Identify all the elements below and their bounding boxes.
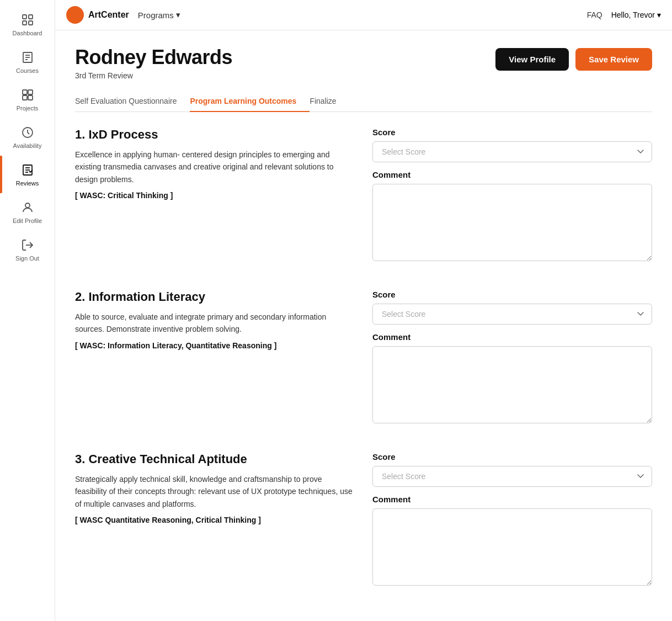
chevron-down-icon: ▾ xyxy=(657,10,661,19)
sidebar-item-availability[interactable]: Availability xyxy=(0,118,55,156)
outcome-section-3: 3. Creative Technical Aptitude Strategic… xyxy=(75,452,652,588)
logo-text: ArtCenter xyxy=(88,10,129,20)
comment-label-1: Comment xyxy=(372,170,652,179)
outcome-desc-1: Excellence in applying human- centered d… xyxy=(75,148,355,185)
user-menu-button[interactable]: Hello, Trevor ▾ xyxy=(611,10,661,19)
sidebar: Dashboard Courses xyxy=(0,0,55,621)
outcome-wasc-2: [ WASC: Information Literacy, Quantitati… xyxy=(75,341,355,350)
outcome-title-1: 1. IxD Process xyxy=(75,128,355,142)
tab-finalize[interactable]: Finalize xyxy=(310,91,349,112)
availability-icon xyxy=(20,125,35,140)
courses-icon xyxy=(20,50,35,65)
outcome-desc-3: Strategically apply technical skill, kno… xyxy=(75,473,355,510)
sidebar-label-dashboard: Dashboard xyxy=(13,30,42,36)
projects-icon xyxy=(20,87,35,103)
svg-rect-11 xyxy=(28,95,33,100)
score-label-3: Score xyxy=(372,452,652,461)
score-label-1: Score xyxy=(372,128,652,137)
svg-rect-9 xyxy=(28,90,33,94)
tab-plo[interactable]: Program Learning Outcomes xyxy=(190,91,310,112)
sign-out-icon xyxy=(20,237,35,253)
comment-textarea-3[interactable] xyxy=(372,508,652,586)
tab-self-eval[interactable]: Self Evaluation Questionnaire xyxy=(75,91,190,112)
sidebar-label-edit-profile: Edit Profile xyxy=(13,217,42,224)
page-header: Rodney Edwards 3rd Term Review View Prof… xyxy=(75,46,652,80)
tabs: Self Evaluation Questionnaire Program Le… xyxy=(75,91,652,112)
sidebar-item-dashboard[interactable]: Dashboard xyxy=(0,6,55,43)
outcome-desc-2: Able to source, evaluate and integrate p… xyxy=(75,311,355,336)
svg-point-17 xyxy=(25,203,30,208)
outcome-title-3: 3. Creative Technical Aptitude xyxy=(75,452,355,466)
sidebar-item-courses[interactable]: Courses xyxy=(0,43,55,81)
outcome-wasc-1: [ WASC: Critical Thinking ] xyxy=(75,191,355,200)
score-select-3[interactable]: Select Score 1 - Below Expectations 2 - … xyxy=(372,466,652,487)
sidebar-label-reviews: Reviews xyxy=(16,180,39,187)
score-label-2: Score xyxy=(372,290,652,299)
outcome-title-2: 2. Information Literacy xyxy=(75,290,355,304)
sidebar-label-availability: Availability xyxy=(13,142,42,149)
edit-profile-icon xyxy=(20,200,35,215)
dashboard-icon xyxy=(20,12,35,28)
review-term: 3rd Term Review xyxy=(75,71,232,80)
score-select-2[interactable]: Select Score 1 - Below Expectations 2 - … xyxy=(372,304,652,325)
svg-rect-1 xyxy=(29,15,33,19)
sidebar-label-courses: Courses xyxy=(16,67,39,74)
score-select-1[interactable]: Select Score 1 - Below Expectations 2 - … xyxy=(372,141,652,162)
outcome-section-2: 2. Information Literacy Able to source, … xyxy=(75,290,652,426)
svg-rect-2 xyxy=(23,21,26,25)
svg-rect-3 xyxy=(29,21,33,25)
faq-link[interactable]: FAQ xyxy=(587,10,602,19)
student-name: Rodney Edwards xyxy=(75,46,232,69)
comment-textarea-2[interactable] xyxy=(372,346,652,423)
outcome-section-1: 1. IxD Process Excellence in applying hu… xyxy=(75,128,652,263)
svg-rect-8 xyxy=(23,90,27,94)
save-review-button[interactable]: Save Review xyxy=(575,48,652,71)
outcome-wasc-3: [ WASC Quantitative Reasoning, Critical … xyxy=(75,516,355,524)
sidebar-label-sign-out: Sign Out xyxy=(15,255,39,262)
view-profile-button[interactable]: View Profile xyxy=(495,48,569,71)
sidebar-item-edit-profile[interactable]: Edit Profile xyxy=(0,193,55,231)
topnav: ArtCenter Programs ▾ FAQ Hello, Trevor ▾ xyxy=(55,0,672,30)
comment-label-2: Comment xyxy=(372,332,652,342)
programs-button[interactable]: Programs ▾ xyxy=(138,10,180,20)
svg-rect-10 xyxy=(23,95,27,100)
main-content: Rodney Edwards 3rd Term Review View Prof… xyxy=(55,30,672,621)
sidebar-item-projects[interactable]: Projects xyxy=(0,81,55,118)
comment-label-3: Comment xyxy=(372,495,652,504)
sidebar-label-projects: Projects xyxy=(17,105,39,112)
logo-circle xyxy=(66,6,84,24)
svg-rect-0 xyxy=(23,15,26,19)
sidebar-item-reviews[interactable]: Reviews xyxy=(0,156,55,193)
logo: ArtCenter xyxy=(66,6,129,24)
comment-textarea-1[interactable] xyxy=(372,184,652,261)
reviews-icon xyxy=(20,162,35,178)
chevron-down-icon: ▾ xyxy=(176,10,180,20)
sidebar-item-sign-out[interactable]: Sign Out xyxy=(0,231,55,268)
